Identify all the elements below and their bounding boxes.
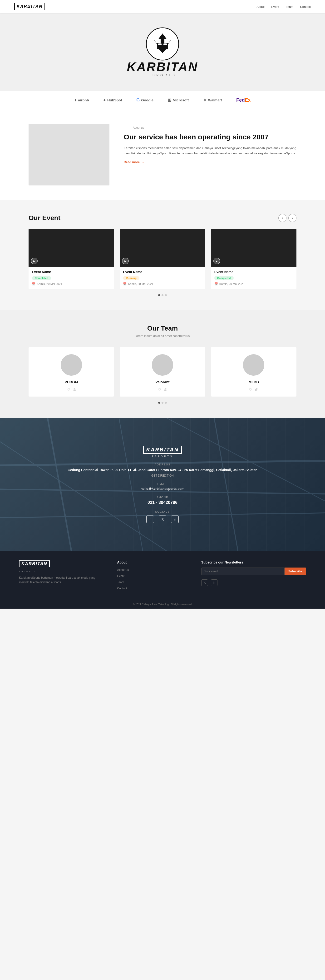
team-name-mlbb: MLBB	[249, 380, 259, 384]
event-badge-1: Completed	[32, 276, 51, 280]
team-avatar-pubgm	[61, 354, 82, 375]
team-instagram-icon-pubgm[interactable]: ◎	[73, 387, 76, 392]
newsletter-email-input[interactable]	[201, 568, 285, 575]
partner-microsoft: ⊞ Microsoft	[168, 98, 189, 103]
events-next-arrow[interactable]: ›	[288, 214, 296, 222]
event-body-2: Event Name Running 📅 Kamis, 20 Mai 2021	[120, 267, 205, 289]
event-card-3: ▶ Event Name Completed 📅 Kamis, 20 Mai 2…	[211, 229, 296, 289]
footer-link-about[interactable]: About Us	[117, 568, 129, 571]
team-grid: PUBGM ♡ ◎ Valorant ♡ ◎ MLBB ♡ ◎	[29, 347, 296, 396]
team-heart-icon-valorant[interactable]: ♡	[158, 387, 161, 392]
walmart-icon: ✳	[203, 98, 207, 103]
navbar-links: About Event Team Contact	[256, 5, 311, 9]
event-image-2: ▶	[120, 229, 205, 267]
footer-newsletter-title: Subscribe our Newsletters	[201, 560, 306, 564]
event-play-btn-1[interactable]: ▶	[31, 258, 38, 264]
team-dot-1[interactable]	[158, 402, 160, 404]
events-prev-arrow[interactable]: ‹	[279, 214, 287, 222]
footer-link-contact[interactable]: Contact	[117, 587, 127, 590]
partner-google: G Google	[136, 98, 154, 103]
event-dot-1[interactable]	[158, 294, 160, 296]
footer-address: Gedung Centennial Tower Lt. 29 Unit D-E …	[67, 467, 258, 473]
footer-address-label: ADDRESS	[67, 463, 258, 466]
team-instagram-icon-valorant[interactable]: ◎	[164, 387, 167, 392]
airbnb-icon: ♦	[74, 98, 77, 103]
event-name-2: Event Name	[123, 270, 202, 274]
newsletter-twitter-icon[interactable]: 𝕏	[201, 579, 208, 586]
events-title: Our Event	[29, 214, 61, 222]
team-subtitle: Lorem ipsum dolor sit amet constreterus.	[29, 334, 296, 338]
navbar-logo[interactable]: KARBITAN	[14, 3, 45, 10]
team-instagram-icon-mlbb[interactable]: ◎	[255, 387, 258, 392]
footer-copyright: © 2021 Cahaya Riset Teknologi. All right…	[0, 600, 325, 609]
footer-twitter-icon[interactable]: 𝕏	[159, 515, 166, 523]
event-body-3: Event Name Completed 📅 Kamis, 20 Mai 202…	[211, 267, 296, 289]
event-badge-3: Completed	[215, 276, 234, 280]
newsletter-linkedin-icon[interactable]: in	[211, 579, 218, 586]
team-avatar-mlbb	[243, 354, 264, 375]
events-grid: ▶ Event Name Completed 📅 Kamis, 20 Mai 2…	[29, 229, 296, 289]
footer-get-direction-link[interactable]: GET DIRECTION	[67, 474, 258, 477]
event-play-btn-3[interactable]: ▶	[213, 258, 220, 264]
team-card-pubgm: PUBGM ♡ ◎	[29, 347, 114, 396]
newsletter-form: Subscribe	[201, 568, 306, 575]
microsoft-icon: ⊞	[168, 98, 171, 103]
partner-walmart-label: Walmart	[208, 98, 222, 102]
team-card-valorant: Valorant ♡ ◎	[120, 347, 205, 396]
footer-email-label: EMAIL	[67, 482, 258, 485]
team-heart-icon-pubgm[interactable]: ♡	[67, 387, 70, 392]
about-section: About us Our service has been operating …	[0, 110, 325, 200]
hero-brand-name: KARBITAN	[127, 60, 198, 73]
footer-contact: KARBITAN ESPORTS ADDRESS Gedung Centenni…	[58, 434, 267, 535]
navbar: KARBITAN About Event Team Contact	[0, 0, 325, 13]
team-socials-valorant: ♡ ◎	[158, 387, 167, 392]
event-date-2: 📅 Kamis, 20 Mai 2021	[123, 282, 202, 286]
team-avatar-valorant	[152, 354, 173, 375]
footer-about-col: About About Us Event Team Contact	[117, 560, 187, 590]
hero-brand-sub: ESPORTS	[127, 73, 198, 77]
event-play-btn-2[interactable]: ▶	[122, 258, 129, 264]
event-date-3: 📅 Kamis, 20 Mai 2021	[215, 282, 293, 286]
partner-walmart: ✳ Walmart	[203, 98, 222, 103]
about-title: Our service has been operating since 200…	[124, 133, 296, 141]
footer-link-team[interactable]: Team	[117, 581, 124, 584]
event-dot-2[interactable]	[162, 294, 163, 296]
footer-brand-logo: KARBITAN	[19, 560, 50, 567]
footer-newsletter-col: Subscribe our Newsletters Subscribe 𝕏 in	[201, 560, 306, 590]
team-name-pubgm: PUBGM	[65, 380, 78, 384]
svg-rect-4	[163, 43, 167, 45]
google-icon: G	[136, 98, 140, 103]
events-dots	[29, 294, 296, 296]
newsletter-subscribe-btn[interactable]: Subscribe	[285, 568, 306, 575]
footer-brand-col: KARBITAN ESPORTS Karbitan eSports bertuj…	[19, 560, 103, 590]
footer-logo: KARBITAN	[143, 446, 181, 454]
footer-link-event[interactable]: Event	[117, 574, 125, 578]
nav-contact[interactable]: Contact	[300, 5, 311, 8]
team-dot-3[interactable]	[165, 402, 167, 404]
calendar-icon-1: 📅	[32, 282, 35, 286]
event-card-1: ▶ Event Name Completed 📅 Kamis, 20 Mai 2…	[29, 229, 114, 289]
about-label: About us	[124, 126, 296, 129]
events-section: Our Event ‹ › ▶ Event Name Completed 📅 K…	[0, 200, 325, 310]
footer-facebook-icon[interactable]: f	[146, 515, 154, 523]
nav-about[interactable]: About	[256, 5, 264, 8]
nav-event[interactable]: Event	[271, 5, 279, 8]
footer-phone-label: PHONE	[67, 496, 258, 499]
partner-fedex: FedEx	[236, 97, 251, 103]
footer-linkedin-icon[interactable]: in	[171, 515, 179, 523]
event-dot-3[interactable]	[165, 294, 167, 296]
event-date-1: 📅 Kamis, 20 Mai 2021	[32, 282, 110, 286]
team-dot-2[interactable]	[162, 402, 163, 404]
team-header: Our Team Lorem ipsum dolor sit amet cons…	[29, 325, 296, 338]
footer-socials-label: SOCIALS	[67, 510, 258, 513]
calendar-icon-3: 📅	[215, 282, 218, 286]
footer-brand-desc: Karbitan eSports bertujuan mewadahi para…	[19, 576, 103, 585]
hero-brand: KARBITAN ESPORTS	[127, 60, 198, 77]
nav-team[interactable]: Team	[286, 5, 293, 8]
bottom-footer: KARBITAN ESPORTS Karbitan eSports bertuj…	[0, 551, 325, 609]
footer-socials: f 𝕏 in	[67, 515, 258, 523]
bottom-footer-content: KARBITAN ESPORTS Karbitan eSports bertuj…	[0, 551, 325, 600]
about-content: About us Our service has been operating …	[124, 124, 296, 164]
team-heart-icon-mlbb[interactable]: ♡	[249, 387, 252, 392]
read-more-link[interactable]: Read more	[124, 160, 296, 164]
